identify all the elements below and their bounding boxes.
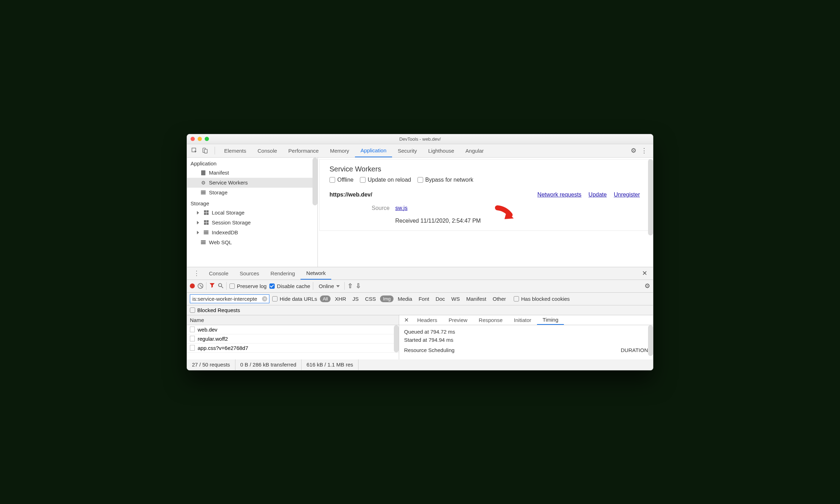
tab-security[interactable]: Security bbox=[392, 144, 422, 157]
column-header-name[interactable]: Name bbox=[187, 315, 399, 325]
svg-point-3 bbox=[218, 283, 222, 287]
tab-lighthouse[interactable]: Lighthouse bbox=[422, 144, 460, 157]
expand-icon bbox=[197, 221, 199, 224]
database-icon bbox=[200, 190, 206, 195]
expand-icon bbox=[197, 231, 199, 234]
request-name: app.css?v=6e2768d7 bbox=[198, 345, 248, 351]
gear-icon: ⚙ bbox=[200, 180, 206, 186]
network-statusbar: 27 / 50 requests 0 B / 286 kB transferre… bbox=[187, 359, 653, 370]
scrollbar[interactable] bbox=[313, 158, 317, 206]
filter-type-other[interactable]: Other bbox=[490, 295, 508, 303]
update-link[interactable]: Update bbox=[589, 192, 607, 198]
application-main: Service Workers Offline Update on reload… bbox=[318, 158, 653, 267]
sidebar-item-label: Storage bbox=[209, 189, 228, 195]
source-label: Source bbox=[361, 205, 390, 211]
sidebar-item-session-storage[interactable]: Session Storage bbox=[187, 218, 317, 228]
drawer-tab-sources[interactable]: Sources bbox=[234, 267, 265, 280]
network-requests-link[interactable]: Network requests bbox=[537, 192, 582, 198]
expand-icon bbox=[197, 211, 199, 215]
tab-angular[interactable]: Angular bbox=[460, 144, 490, 157]
preserve-log-checkbox[interactable]: Preserve log bbox=[229, 283, 267, 289]
timing-started: Started at 794.94 ms bbox=[404, 337, 648, 343]
upload-har-icon[interactable]: ⇧ bbox=[348, 282, 353, 290]
network-settings-icon[interactable]: ⚙ bbox=[644, 282, 650, 290]
search-icon[interactable] bbox=[218, 283, 223, 289]
sidebar-item-label: Manifest bbox=[209, 170, 229, 176]
disable-cache-checkbox[interactable]: Disable cache bbox=[269, 283, 310, 289]
blocked-cookies-checkbox[interactable]: Has blocked cookies bbox=[514, 296, 570, 302]
scrollbar[interactable] bbox=[648, 159, 653, 235]
tab-console[interactable]: Console bbox=[252, 144, 283, 157]
throttling-select[interactable]: Online bbox=[316, 282, 341, 290]
sidebar-item-storage[interactable]: Storage bbox=[187, 188, 317, 198]
scrollbar[interactable] bbox=[394, 325, 399, 353]
download-har-icon[interactable]: ⇩ bbox=[356, 282, 361, 290]
clear-filter-icon[interactable]: ✕ bbox=[262, 296, 267, 301]
filter-type-img[interactable]: Img bbox=[380, 295, 393, 302]
drawer-close-icon[interactable]: ✕ bbox=[639, 269, 650, 277]
filter-type-doc[interactable]: Doc bbox=[433, 295, 447, 303]
blocked-requests-checkbox[interactable]: Blocked Requests bbox=[190, 307, 240, 313]
sidebar-item-label: Service Workers bbox=[209, 180, 248, 186]
filter-icon[interactable] bbox=[209, 282, 215, 289]
network-body: Name web.devregular.woff2app.css?v=6e276… bbox=[187, 315, 653, 359]
clear-button[interactable] bbox=[198, 283, 203, 289]
device-toggle-icon[interactable] bbox=[200, 146, 210, 155]
service-workers-heading: Service Workers bbox=[329, 165, 640, 173]
more-icon[interactable]: ⋮ bbox=[640, 146, 649, 155]
file-icon bbox=[190, 345, 195, 351]
annotation-arrow-icon bbox=[495, 205, 516, 223]
detail-tab-response[interactable]: Response bbox=[473, 315, 508, 325]
settings-icon[interactable]: ⚙ bbox=[629, 146, 638, 155]
tab-application[interactable]: Application bbox=[355, 144, 392, 157]
request-row[interactable]: web.dev bbox=[187, 325, 399, 334]
detail-tab-initiator[interactable]: Initiator bbox=[508, 315, 537, 325]
detail-tab-preview[interactable]: Preview bbox=[443, 315, 473, 325]
timing-queued: Queued at 794.72 ms bbox=[404, 329, 648, 335]
request-row[interactable]: regular.woff2 bbox=[187, 334, 399, 344]
filter-type-all[interactable]: All bbox=[320, 295, 331, 302]
update-on-reload-checkbox[interactable]: Update on reload bbox=[360, 177, 411, 183]
detail-tab-timing[interactable]: Timing bbox=[537, 315, 564, 325]
file-icon bbox=[190, 327, 195, 332]
tab-performance[interactable]: Performance bbox=[283, 144, 325, 157]
detail-close-icon[interactable]: ✕ bbox=[401, 317, 412, 323]
sidebar-item-manifest[interactable]: Manifest bbox=[187, 168, 317, 178]
record-button[interactable] bbox=[190, 283, 195, 288]
filter-type-manifest[interactable]: Manifest bbox=[464, 295, 489, 303]
drawer-tab-console[interactable]: Console bbox=[203, 267, 234, 280]
detail-tab-headers[interactable]: Headers bbox=[412, 315, 443, 325]
sidebar-item-local-storage[interactable]: Local Storage bbox=[187, 208, 317, 218]
filter-type-xhr[interactable]: XHR bbox=[333, 295, 348, 303]
filter-input[interactable]: is:service-worker-intercepte ✕ bbox=[190, 294, 269, 303]
storage-icon bbox=[203, 210, 209, 216]
inspect-icon[interactable] bbox=[190, 146, 199, 155]
sw-options: Offline Update on reload Bypass for netw… bbox=[329, 177, 640, 183]
request-row[interactable]: app.css?v=6e2768d7 bbox=[187, 344, 399, 353]
sidebar-item-service-workers[interactable]: ⚙Service Workers bbox=[187, 178, 317, 188]
bypass-network-checkbox[interactable]: Bypass for network bbox=[418, 177, 473, 183]
source-file-link[interactable]: sw.js bbox=[395, 205, 408, 211]
hide-data-urls-checkbox[interactable]: Hide data URLs bbox=[272, 296, 317, 302]
filter-type-css[interactable]: CSS bbox=[363, 295, 378, 303]
drawer-more-icon[interactable]: ⋮ bbox=[190, 269, 203, 277]
status-resources: 616 kB / 1.1 MB res bbox=[302, 359, 358, 370]
filter-type-media[interactable]: Media bbox=[396, 295, 414, 303]
scrollbar[interactable] bbox=[648, 325, 653, 356]
tab-elements[interactable]: Elements bbox=[218, 144, 252, 157]
blocked-requests-row: Blocked Requests bbox=[187, 305, 653, 315]
filter-type-js[interactable]: JS bbox=[350, 295, 361, 303]
sidebar-item-web-sql[interactable]: Web SQL bbox=[187, 238, 317, 247]
sidebar-group-storage: Storage bbox=[187, 198, 317, 208]
drawer-tab-network[interactable]: Network bbox=[301, 267, 331, 280]
filter-type-font[interactable]: Font bbox=[416, 295, 431, 303]
filter-input-value: is:service-worker-intercepte bbox=[192, 296, 257, 302]
tab-memory[interactable]: Memory bbox=[324, 144, 355, 157]
unregister-link[interactable]: Unregister bbox=[614, 192, 640, 198]
file-icon bbox=[190, 336, 195, 341]
offline-checkbox[interactable]: Offline bbox=[329, 177, 354, 183]
filter-type-ws[interactable]: WS bbox=[449, 295, 462, 303]
sidebar-item-label: Session Storage bbox=[212, 219, 251, 225]
drawer-tab-rendering[interactable]: Rendering bbox=[265, 267, 301, 280]
sidebar-item-indexeddb[interactable]: IndexedDB bbox=[187, 228, 317, 238]
